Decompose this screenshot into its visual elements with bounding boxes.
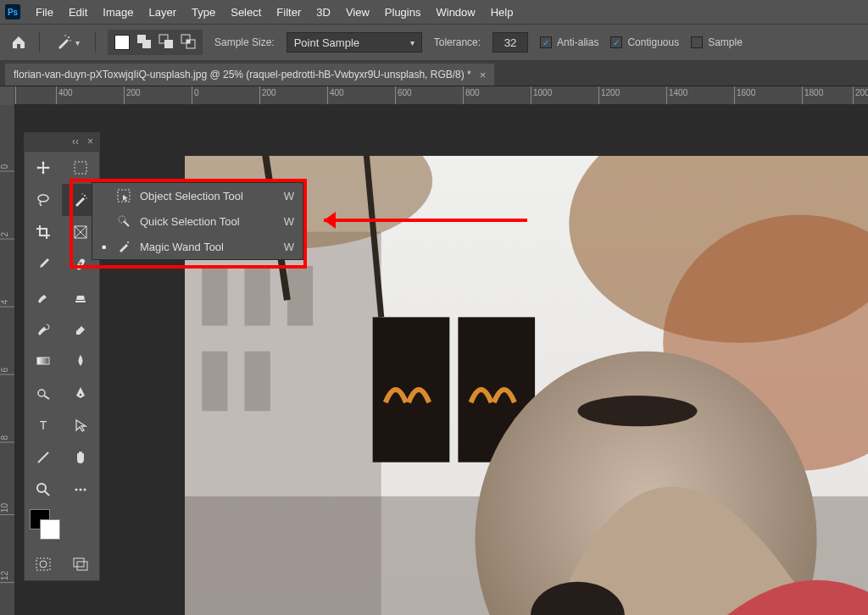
svg-text:T: T	[40, 418, 47, 432]
new-selection-icon[interactable]	[114, 35, 130, 50]
flyout-quick-selection[interactable]: Quick Selection Tool W	[92, 208, 303, 234]
svg-point-42	[80, 394, 82, 396]
sample-size-value: Point Sample	[294, 36, 359, 49]
menu-view[interactable]: View	[346, 6, 370, 19]
marquee-tool[interactable]	[62, 152, 99, 184]
object-selection-icon	[116, 189, 131, 202]
quick-mask-tool[interactable]	[25, 548, 62, 580]
screen-mode-tool[interactable]	[62, 548, 99, 580]
path-selection-tool[interactable]	[62, 409, 99, 441]
horizontal-ruler: 400 200 0 200 400 600 800 1000 1200 1400…	[14, 86, 868, 105]
ruler-tick: 0	[0, 164, 14, 172]
menu-file[interactable]: File	[36, 6, 53, 19]
background-swatch[interactable]	[40, 519, 60, 540]
svg-rect-28	[75, 162, 86, 174]
hand-tool[interactable]	[62, 441, 99, 474]
menu-3d[interactable]: 3D	[316, 6, 331, 19]
menu-type[interactable]: Type	[192, 6, 215, 19]
eyedropper-tool[interactable]	[25, 248, 62, 280]
subtract-from-selection-icon[interactable]	[159, 34, 174, 52]
document-tab[interactable]: florian-van-duyn-pXToxwjqIiQ-unsplash.jp…	[5, 64, 494, 86]
line-tool[interactable]	[25, 441, 62, 474]
foreground-background-colors[interactable]	[25, 506, 62, 548]
intersect-selection-icon[interactable]	[181, 34, 196, 52]
eraser-tool[interactable]	[62, 313, 99, 345]
svg-rect-50	[36, 558, 50, 570]
toolbox-header: ‹‹ ×	[24, 132, 100, 151]
svg-point-30	[84, 195, 86, 197]
flyout-shortcut: W	[284, 215, 294, 228]
close-tab-icon[interactable]: ×	[480, 69, 487, 81]
svg-rect-6	[164, 40, 173, 48]
history-brush-tool[interactable]	[25, 313, 62, 345]
current-tool-magic-wand[interactable]: ▾	[52, 32, 83, 53]
edit-toolbar[interactable]	[62, 474, 99, 506]
ruler-tick	[15, 86, 18, 104]
menu-help[interactable]: Help	[491, 6, 514, 19]
home-icon[interactable]	[10, 34, 27, 51]
photoshop-logo-icon: Ps	[5, 4, 20, 19]
close-icon[interactable]: ×	[87, 136, 93, 147]
menu-image[interactable]: Image	[103, 6, 133, 19]
pen-tool[interactable]	[62, 377, 99, 409]
ruler-tick: 0	[192, 86, 199, 104]
flyout-label: Object Selection Tool	[140, 190, 243, 202]
svg-rect-52	[74, 558, 84, 567]
svg-point-29	[38, 195, 48, 202]
ruler-tick: 8	[0, 435, 14, 443]
blur-tool[interactable]	[62, 345, 99, 377]
contiguous-checkbox[interactable]: Contiguous	[610, 36, 679, 48]
brush-tool[interactable]	[25, 280, 62, 313]
menu-edit[interactable]: Edit	[69, 6, 87, 19]
svg-rect-15	[202, 352, 227, 412]
ruler-tick: 1600	[734, 86, 755, 104]
anti-alias-checkbox[interactable]: Anti-alias	[540, 36, 598, 48]
swap-colors-icon[interactable]	[62, 506, 99, 538]
dodge-tool[interactable]	[25, 377, 62, 409]
lasso-tool[interactable]	[25, 184, 62, 216]
ruler-tick: 12	[0, 571, 14, 583]
toolbox-panel: ‹‹ × T	[24, 132, 100, 581]
svg-rect-13	[245, 266, 270, 326]
sample-size-label: Sample Size:	[214, 36, 275, 48]
ruler-tick: 1200	[598, 86, 620, 104]
ruler-tick: 2000	[853, 86, 868, 104]
sample-size-dropdown[interactable]: Point Sample ▾	[287, 32, 422, 53]
svg-rect-53	[77, 562, 87, 570]
svg-rect-39	[37, 357, 49, 364]
chevron-down-icon: ▾	[410, 38, 415, 47]
gradient-tool[interactable]	[25, 345, 62, 377]
zoom-tool[interactable]	[25, 474, 62, 506]
document-title: florian-van-duyn-pXToxwjqIiQ-unsplash.jp…	[14, 69, 471, 80]
selection-tool-flyout: Object Selection Tool W Quick Selection …	[92, 182, 303, 260]
flyout-object-selection[interactable]: Object Selection Tool W	[92, 183, 303, 208]
add-to-selection-icon[interactable]	[136, 34, 152, 52]
vertical-ruler: 0 2 4 6 8 10 12	[0, 105, 15, 615]
flyout-magic-wand[interactable]: ■ Magic Wand Tool W	[92, 234, 303, 259]
clone-stamp-tool[interactable]	[62, 280, 99, 313]
svg-rect-14	[287, 266, 313, 326]
svg-rect-4	[142, 40, 151, 48]
ruler-tick: 800	[463, 86, 480, 104]
ruler-tick: 200	[124, 86, 141, 104]
tolerance-input[interactable]	[492, 32, 528, 53]
flyout-label: Magic Wand Tool	[140, 241, 224, 253]
sample-all-layers-checkbox[interactable]: Sample	[691, 36, 743, 48]
menu-window[interactable]: Window	[436, 6, 475, 19]
svg-point-47	[75, 489, 78, 491]
menu-select[interactable]: Select	[231, 6, 261, 19]
svg-point-26	[577, 396, 697, 426]
crop-tool[interactable]	[25, 216, 62, 248]
type-tool[interactable]: T	[25, 409, 62, 441]
svg-point-56	[127, 241, 129, 243]
collapse-icon[interactable]: ‹‹	[72, 136, 79, 147]
menu-plugins[interactable]: Plugins	[385, 6, 421, 19]
svg-rect-12	[202, 266, 227, 326]
ruler-tick: 10	[0, 503, 14, 515]
ruler-tick: 400	[327, 86, 344, 104]
svg-point-40	[38, 390, 45, 396]
move-tool[interactable]	[25, 152, 62, 184]
menu-layer[interactable]: Layer	[149, 6, 177, 19]
ruler-tick: 4	[0, 300, 14, 308]
menu-filter[interactable]: Filter	[276, 6, 301, 19]
